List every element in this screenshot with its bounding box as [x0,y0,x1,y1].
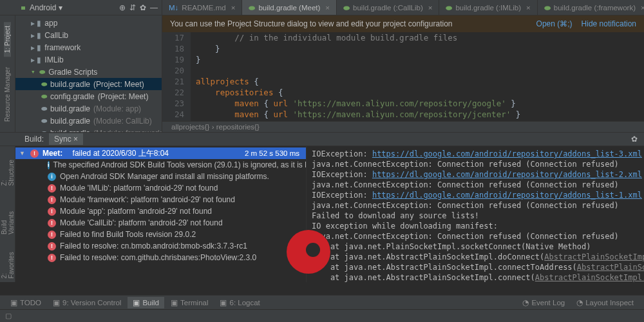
bottom-tab[interactable]: ▣ TODO [5,297,46,308]
editor-tabs: M↓README.md×⬬build.gradle (Meet)×⬬build.… [162,0,644,15]
tree-item[interactable]: ▸ ▮ IMLib [15,53,162,66]
close-icon[interactable]: × [325,4,330,12]
left-tool-rail: 1: Project Resource Manager [0,15,15,132]
bottom-tab[interactable]: ▣ Build [128,297,164,308]
editor-tab[interactable]: ⬬build.gradle (:CallLib)× [337,0,439,15]
build-console[interactable]: IOException: https://dl.google.com/andro… [307,146,644,282]
tree-item[interactable]: ⬬ config.gradle (Project: Meet) [15,90,162,102]
build-message[interactable]: !Module 'CallLib': platform 'android-29'… [15,217,306,229]
editor-tab[interactable]: ⬬build.gradle (:IMLib)× [439,0,537,15]
build-message[interactable]: iOpen Android SDK Manager and install al… [15,171,306,182]
bottom-tab[interactable]: ▣ Terminal [166,297,213,308]
locate-icon[interactable]: ⊕ [119,3,126,12]
bottom-tab[interactable]: ◔ Layout Inspect [571,297,639,308]
project-view-selector[interactable]: Android ▾ [19,3,62,12]
tree-item[interactable]: ⬬ build.gradle (Module: app) [15,102,162,115]
gear-icon[interactable]: ✿ [631,135,638,144]
close-icon[interactable]: × [73,135,78,144]
editor-tab[interactable]: ⬬build.gradle (:framework)× [538,0,644,15]
gutter: 17181920212223242526 [162,32,191,121]
editor-tab[interactable]: ⬬build.gradle (Meet)× [242,0,337,15]
error-icon: ! [48,207,56,216]
code-editor[interactable]: 17181920212223242526 // in the individua… [162,32,644,121]
rail-build-variants[interactable]: Build Variants [1,192,15,238]
status-bar: ▢ [0,309,644,322]
build-message[interactable]: !Failed to resolve: com.github.chrisbane… [15,252,306,263]
error-icon: ! [48,196,56,204]
error-icon: ! [48,219,56,227]
build-message[interactable]: !Module 'IMLib': platform 'android-29' n… [15,182,306,194]
build-message[interactable]: !Failed to find Build Tools revision 29.… [15,229,306,240]
breadcrumb[interactable]: allprojects{} › repositories{} [162,121,644,132]
banner-hide-link[interactable]: Hide notification [582,19,636,28]
chevron-down-icon: ▼ [19,150,25,156]
project-tree[interactable]: ▸ ▮ app▸ ▮ CallLib▸ ▮ framework▸ ▮ IMLib… [15,15,162,132]
build-summary-row[interactable]: ▼ ! Meet: failed at 2020/6/30 上午8:04 2 m… [15,147,306,159]
build-tool-header: Build: Sync × ✿ [0,132,644,146]
rail-project[interactable]: 1: Project [4,22,11,57]
android-icon [19,4,27,12]
chevron-down-icon: ▾ [59,3,62,12]
collapse-icon[interactable]: ⇵ [129,3,136,12]
editor-area: You can use the Project Structure dialog… [162,15,644,132]
status-icon[interactable]: ▢ [5,312,12,320]
close-icon[interactable]: × [641,4,644,12]
info-icon: i [48,173,56,181]
rail-favorites[interactable]: 2: Favorites [1,242,15,282]
error-icon: ! [48,254,56,262]
error-icon: ! [48,231,56,239]
build-messages-tree[interactable]: ▼ ! Meet: failed at 2020/6/30 上午8:04 2 m… [15,146,307,282]
build-label: Build: [19,133,49,145]
rail-structure[interactable]: Z: Structure [1,149,15,189]
watermark-logo [287,230,330,274]
bottom-tab[interactable]: ▣ 6: Logcat [214,297,265,308]
build-message[interactable]: !Failed to resolve: cn.bmob.android:bmob… [15,240,306,252]
project-structure-banner: You can use the Project Structure dialog… [162,15,644,32]
build-message[interactable]: !Module 'framework': platform 'android-2… [15,194,306,205]
editor-tab[interactable]: M↓README.md× [162,0,242,15]
close-icon[interactable]: × [428,4,433,12]
rail-resource-manager[interactable]: Resource Manager [4,63,11,126]
tree-item[interactable]: ▸ ▮ framework [15,41,162,53]
gear-icon[interactable]: ✿ [140,3,146,12]
build-message[interactable]: !Module 'app': platform 'android-29' not… [15,205,306,217]
build-message[interactable]: iThe specified Android SDK Build Tools v… [15,159,306,171]
project-tool-header: Android ▾ ⊕ ⇵ ✿ — [15,0,162,15]
tree-item[interactable]: ▸ ▮ app [15,17,162,29]
error-icon: ! [30,149,39,158]
bottom-tool-tabs: ▣ TODO▣ 9: Version Control▣ Build▣ Termi… [0,295,644,309]
build-sync-tab[interactable]: Sync × [49,133,83,145]
tree-item[interactable]: ⬬ build.gradle (Module: framework) [15,127,162,132]
tree-item[interactable]: ⬬ build.gradle (Project: Meet) [15,78,162,90]
error-icon: ! [48,242,56,251]
tree-item[interactable]: ⬬ build.gradle (Module: CallLib) [15,115,162,127]
hide-panel-icon[interactable]: — [150,3,158,12]
tree-item[interactable]: ▸ ▮ CallLib [15,29,162,41]
close-icon[interactable]: × [526,4,531,12]
info-icon: i [48,161,50,169]
left-tool-rail-lower: Z: Structure Build Variants 2: Favorites [0,146,15,282]
bottom-tab[interactable]: ◔ Event Log [517,297,570,308]
banner-open-link[interactable]: Open (⌘;) [536,19,573,28]
error-icon: ! [48,184,56,193]
tree-item[interactable]: ▾ ⬬ Gradle Scripts [15,66,162,78]
close-icon[interactable]: × [231,4,236,12]
bottom-tab[interactable]: ▣ 9: Version Control [48,297,126,308]
